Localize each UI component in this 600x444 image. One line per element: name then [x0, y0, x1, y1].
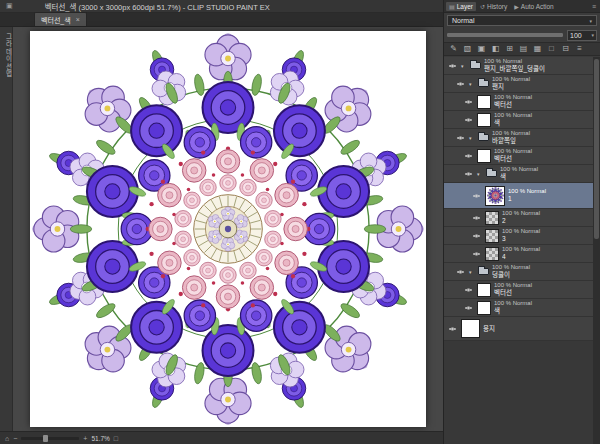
opacity-value-box[interactable]: 100 ▾ — [567, 30, 597, 41]
zoom-slider[interactable] — [21, 437, 79, 440]
layer-visibility-icon[interactable] — [463, 171, 474, 177]
layer-row[interactable]: 100 % Normal3 — [444, 227, 593, 245]
layer-folder-row[interactable]: ▾100 % Normal팬지_바깥쪽잎_덩쿨이 — [444, 57, 593, 75]
opacity-number: 100 — [570, 32, 582, 39]
layer-palette: ▤ Layer ↺ History ▶ Auto Action ≡ Normal… — [443, 0, 600, 444]
tab-close-icon[interactable]: × — [76, 16, 80, 23]
folder-expand-icon[interactable]: ▾ — [477, 171, 483, 177]
layer-row[interactable]: 100 % Normal벡터선 — [444, 281, 593, 299]
layer-visibility-icon[interactable] — [463, 305, 474, 311]
tab-history[interactable]: ↺ History — [477, 2, 510, 11]
layer-visibility-icon[interactable] — [471, 251, 482, 257]
layer-visibility-icon[interactable] — [455, 135, 466, 141]
layer-row[interactable]: 100 % Normal색 — [444, 299, 593, 317]
mask-icon[interactable]: ▦ — [531, 45, 544, 53]
clip-below-icon[interactable]: ◧ — [489, 45, 502, 53]
lock-alpha-icon[interactable]: ▣ — [475, 45, 488, 53]
layer-folder-row[interactable]: ▾100 % Normal색 — [444, 165, 593, 183]
lock-layer-icon[interactable]: ▧ — [461, 45, 474, 53]
layer-row[interactable]: 100 % Normal4 — [444, 245, 593, 263]
layer-thumbnail[interactable] — [477, 301, 491, 315]
app-icon: ▣ — [6, 2, 13, 10]
layer-visibility-icon[interactable] — [463, 153, 474, 159]
layer-visibility-icon[interactable] — [471, 233, 482, 239]
layer-visibility-icon[interactable] — [463, 287, 474, 293]
layer-thumbnail[interactable] — [477, 149, 491, 163]
clip-studio-window: ▣ 벡터선_색 (3000 x 3000px 600dpi 51.7%) - C… — [0, 0, 600, 444]
gradient-map-palette-tab[interactable]: 그라데이션맵 — [3, 33, 13, 78]
ruler-icon[interactable]: □ — [545, 45, 558, 53]
folder-expand-icon[interactable]: ▾ — [469, 269, 475, 275]
layer-folder-row[interactable]: ▾100 % Normal덩쿨이 — [444, 263, 593, 281]
tab-auto-action[interactable]: ▶ Auto Action — [511, 2, 557, 11]
layer-folder-row[interactable]: ▾100 % Normal팬지 — [444, 75, 593, 93]
two-pane-icon[interactable]: ⊟ — [559, 45, 572, 53]
layer-blend-info: 100 % Normal — [492, 130, 530, 137]
blend-mode-select[interactable]: Normal ▾ — [447, 15, 597, 26]
folder-expand-icon[interactable]: ▾ — [469, 135, 475, 141]
opacity-slider[interactable] — [447, 33, 563, 37]
layer-name: 팬지_바깥쪽잎_덩쿨이 — [484, 65, 545, 72]
layer-name: 3 — [502, 235, 540, 242]
mandala-artwork — [32, 33, 424, 425]
document-tab[interactable]: 벡터선_색 × — [34, 12, 87, 26]
layer-thumbnail[interactable] — [477, 113, 491, 127]
layer-thumbnail[interactable] — [485, 229, 499, 243]
layer-row[interactable]: 100 % Normal1 — [444, 183, 593, 209]
tab-layer[interactable]: ▤ Layer — [446, 2, 476, 11]
zoom-out-button[interactable]: − — [13, 435, 17, 442]
layer-folder-row[interactable]: ▾100 % Normal바깥쪽잎 — [444, 129, 593, 147]
opacity-arrow-icon: ▾ — [591, 32, 594, 38]
layer-thumbnail[interactable] — [485, 247, 499, 261]
status-bar: ⌂ − + 51.7% □ — [0, 431, 443, 444]
palette-settings-icon[interactable]: ≡ — [573, 45, 586, 53]
layer-visibility-icon[interactable] — [463, 99, 474, 105]
layer-name: 벡터선 — [494, 289, 532, 296]
layer-row[interactable]: 100 % Normal벡터선 — [444, 93, 593, 111]
layer-visibility-icon[interactable] — [455, 269, 466, 275]
layer-visibility-icon[interactable] — [471, 193, 482, 199]
layer-name: 덩쿨이 — [492, 271, 530, 278]
layer-name: 벡터선 — [494, 101, 532, 108]
layer-row[interactable]: 100 % Normal2 — [444, 209, 593, 227]
folder-expand-icon[interactable]: ▾ — [469, 81, 475, 87]
layer-blend-info: 100 % Normal — [502, 210, 540, 217]
zoom-in-button[interactable]: + — [83, 435, 87, 442]
tab-auto-action-label: Auto Action — [521, 3, 554, 10]
layer-blend-info: 100 % Normal — [508, 188, 546, 195]
folder-icon — [486, 170, 497, 177]
folder-icon — [478, 134, 489, 141]
layer-thumbnail[interactable] — [485, 186, 505, 206]
navigator-home-icon[interactable]: ⌂ — [5, 435, 9, 442]
layer-visibility-icon[interactable] — [447, 326, 458, 332]
document-canvas[interactable] — [30, 31, 426, 427]
layer-thumbnail[interactable] — [461, 319, 480, 338]
layer-visibility-icon[interactable] — [455, 81, 466, 87]
layer-visibility-icon[interactable] — [471, 215, 482, 221]
layer-row[interactable]: 100 % Normal색 — [444, 111, 593, 129]
layer-blend-info: 100 % Normal — [494, 112, 532, 119]
layer-visibility-icon[interactable] — [463, 117, 474, 123]
layer-name: 팬지 — [492, 83, 530, 90]
paper-layer-row[interactable]: 용지 — [444, 317, 593, 341]
history-tab-icon: ↺ — [480, 3, 485, 10]
layer-scrollbar-thumb[interactable] — [594, 59, 599, 239]
layer-name: 색 — [500, 173, 538, 180]
folder-expand-icon[interactable]: ▾ — [461, 63, 467, 69]
palette-menu-icon[interactable]: ≡ — [592, 3, 598, 10]
fit-screen-icon[interactable]: □ — [114, 435, 118, 442]
layer-thumbnail[interactable] — [477, 95, 491, 109]
auto-action-tab-icon: ▶ — [514, 3, 519, 10]
layer-blend-info: 100 % Normal — [494, 94, 532, 101]
edit-layer-icon[interactable]: ✎ — [447, 45, 460, 53]
layer-name: 용지 — [483, 325, 495, 332]
layer-thumbnail[interactable] — [485, 211, 499, 225]
reference-layer-icon[interactable]: ⊞ — [503, 45, 516, 53]
layer-visibility-icon[interactable] — [447, 63, 458, 69]
layer-thumbnail[interactable] — [477, 283, 491, 297]
layer-blend-info: 100 % Normal — [492, 264, 530, 271]
layer-scrollbar[interactable] — [593, 57, 600, 444]
draft-layer-icon[interactable]: ▤ — [517, 45, 530, 53]
layer-row[interactable]: 100 % Normal벡터선 — [444, 147, 593, 165]
zoom-slider-thumb[interactable] — [43, 435, 48, 442]
